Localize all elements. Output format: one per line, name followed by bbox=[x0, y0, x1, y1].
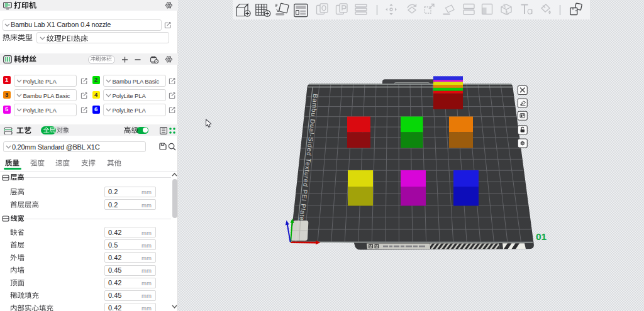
svg-text:01: 01 bbox=[536, 231, 547, 242]
